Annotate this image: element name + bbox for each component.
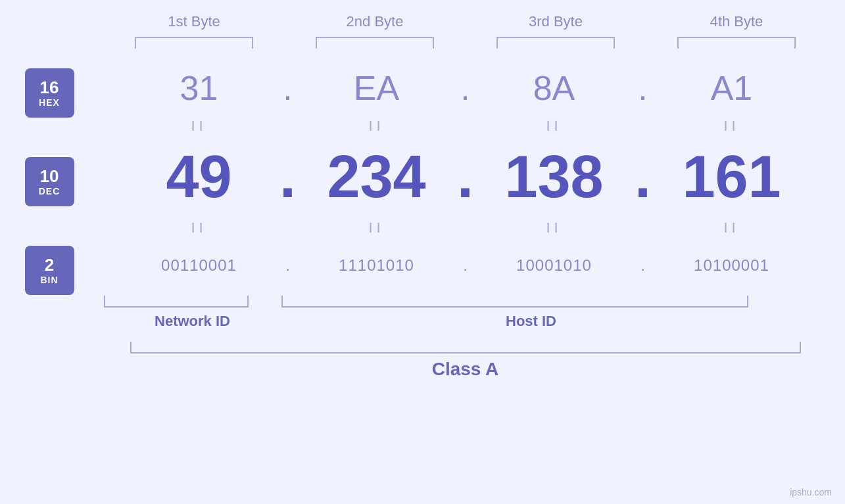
hex-row: 31 . EA . 8A . A1 — [104, 62, 827, 114]
hex-badge-name: HEX — [39, 97, 60, 108]
dec-dot-2: . — [449, 143, 482, 211]
eq1-2: II — [304, 118, 449, 135]
top-bracket-2 — [316, 37, 434, 49]
top-bracket-3 — [496, 37, 615, 49]
dec-badge-name: DEC — [39, 186, 60, 196]
class-label: Class A — [130, 359, 801, 380]
host-bracket — [281, 296, 748, 308]
bin-val-3: 10001010 — [482, 256, 627, 275]
byte-headers: 1st Byte 2nd Byte 3rd Byte 4th Byte — [104, 13, 827, 30]
class-bracket — [130, 342, 801, 354]
hex-val-1: 31 — [127, 68, 272, 108]
eq1-4: II — [660, 118, 804, 135]
bin-dot-3: . — [627, 256, 660, 275]
equals-row-1: II II II II — [104, 114, 827, 137]
values-grid: 31 . EA . 8A . A1 II II II II 49 — [85, 62, 845, 380]
eq2-4: II — [660, 219, 804, 237]
byte-label-1: 1st Byte — [122, 13, 266, 30]
bin-badge-num: 2 — [45, 256, 54, 275]
bin-badge: 2 BIN — [25, 246, 74, 295]
hex-badge: 16 HEX — [25, 68, 74, 118]
dec-val-3: 138 — [482, 143, 627, 211]
top-brackets — [104, 37, 827, 49]
dec-dot-3: . — [627, 143, 660, 211]
dec-val-1: 49 — [127, 143, 272, 211]
bin-badge-name: BIN — [40, 275, 58, 285]
bin-val-2: 11101010 — [304, 256, 449, 275]
eq1-1: II — [127, 118, 272, 135]
bottom-brackets — [104, 296, 827, 308]
id-labels: Network ID Host ID — [104, 313, 827, 330]
eq2-3: II — [482, 219, 627, 237]
byte-label-4: 4th Byte — [664, 13, 809, 30]
base-labels: 16 HEX 10 DEC 2 BIN — [0, 68, 85, 295]
network-bracket — [104, 296, 249, 308]
dec-badge: 10 DEC — [25, 157, 74, 206]
eq2-2: II — [304, 219, 449, 237]
hex-val-3: 8A — [482, 68, 627, 108]
hex-dot-3: . — [627, 68, 660, 108]
hex-badge-num: 16 — [40, 78, 59, 97]
dec-row: 49 . 234 . 138 . 161 — [104, 137, 827, 216]
class-bracket-wrapper: Class A — [130, 342, 801, 380]
top-bracket-4 — [677, 37, 796, 49]
bin-dot-2: . — [449, 256, 482, 275]
main-container: 1st Byte 2nd Byte 3rd Byte 4th Byte 16 H… — [0, 0, 845, 504]
hex-val-4: A1 — [660, 68, 804, 108]
byte-label-3: 3rd Byte — [483, 13, 628, 30]
host-id-label: Host ID — [281, 313, 781, 330]
network-id-label: Network ID — [104, 313, 281, 330]
eq2-1: II — [127, 219, 272, 237]
dec-dot-1: . — [272, 143, 304, 211]
equals-row-2: II II II II — [104, 216, 827, 239]
top-bracket-1 — [135, 37, 253, 49]
hex-val-2: EA — [304, 68, 449, 108]
bin-row: 00110001 . 11101010 . 10001010 . 1010000… — [104, 239, 827, 292]
watermark: ipshu.com — [790, 487, 832, 497]
eq1-3: II — [482, 118, 627, 135]
byte-label-2: 2nd Byte — [302, 13, 447, 30]
hex-dot-1: . — [272, 68, 304, 108]
dec-badge-num: 10 — [40, 167, 59, 186]
bin-dot-1: . — [272, 256, 304, 275]
bin-val-1: 00110001 — [127, 256, 272, 275]
dec-val-2: 234 — [304, 143, 449, 211]
bin-val-4: 10100001 — [660, 256, 804, 275]
hex-dot-2: . — [449, 68, 482, 108]
dec-val-4: 161 — [660, 143, 804, 211]
